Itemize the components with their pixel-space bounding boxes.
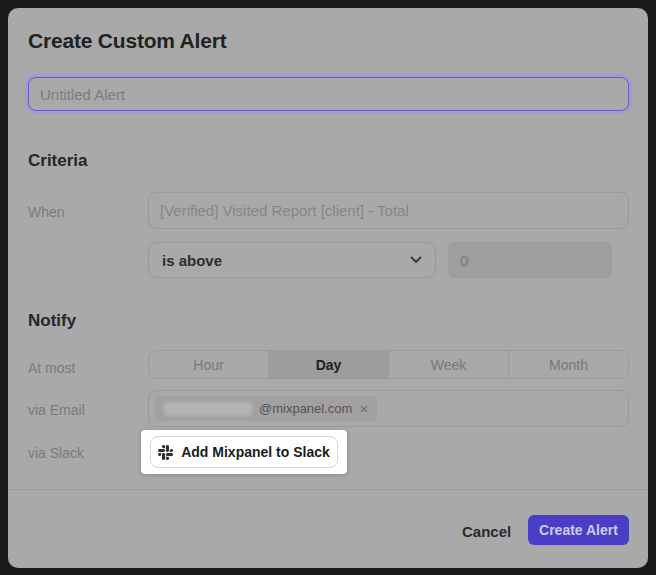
remove-email-icon[interactable]: × <box>359 401 368 416</box>
modal-title: Create Custom Alert <box>28 29 226 53</box>
via-email-label: via Email <box>28 402 85 418</box>
create-custom-alert-modal: Create Custom Alert Criteria When is abo… <box>8 8 648 568</box>
chevron-down-icon <box>410 256 422 264</box>
via-slack-label: via Slack <box>28 445 84 461</box>
tour-spotlight-highlight: Add Mixpanel to Slack <box>141 430 347 474</box>
email-recipients-input[interactable]: @mixpanel.com × <box>148 390 629 427</box>
cancel-button[interactable]: Cancel <box>454 517 519 546</box>
frequency-segmented-control: Hour Day Week Month <box>148 350 629 379</box>
slack-button-label: Add Mixpanel to Slack <box>181 444 330 460</box>
create-alert-button[interactable]: Create Alert <box>528 515 629 545</box>
at-most-label: At most <box>28 360 75 376</box>
footer-divider <box>8 489 648 490</box>
slack-icon <box>158 445 173 460</box>
alert-name-input[interactable] <box>28 77 629 111</box>
email-redacted-username <box>164 402 252 416</box>
frequency-option-month[interactable]: Month <box>509 351 628 378</box>
condition-select[interactable]: is above <box>148 242 436 278</box>
when-label: When <box>28 204 65 220</box>
condition-select-value: is above <box>162 252 222 269</box>
when-event-input[interactable] <box>148 192 629 229</box>
email-domain-text: @mixpanel.com <box>259 401 352 416</box>
add-mixpanel-to-slack-button[interactable]: Add Mixpanel to Slack <box>150 436 338 468</box>
frequency-option-day[interactable]: Day <box>269 351 389 378</box>
threshold-input[interactable] <box>448 242 612 278</box>
criteria-heading: Criteria <box>28 151 88 171</box>
frequency-option-week[interactable]: Week <box>389 351 509 378</box>
email-chip: @mixpanel.com × <box>155 396 377 421</box>
frequency-option-hour[interactable]: Hour <box>149 351 269 378</box>
notify-heading: Notify <box>28 311 76 331</box>
